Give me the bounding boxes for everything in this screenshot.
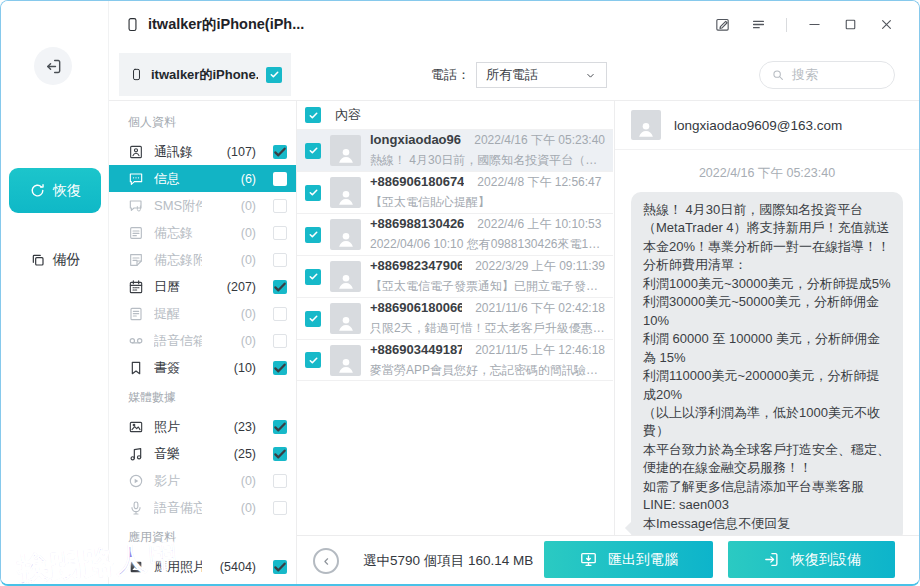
check-icon: [308, 229, 319, 240]
checkbox[interactable]: [273, 334, 287, 348]
category-label: 語音信箱: [154, 332, 202, 350]
voicemail-icon: [128, 333, 144, 349]
search-icon: [771, 68, 785, 82]
checkbox[interactable]: [273, 447, 287, 461]
device-selector[interactable]: itwalker的iPhone...: [119, 53, 291, 96]
app-window: 恢復 備份 itwalker的iPhone(iPh... itwalker的iP…: [0, 0, 920, 586]
select-all-checkbox[interactable]: [305, 107, 321, 123]
message-detail-panel: longxiaodao9609@163.com 2022/4/16 下午 05:…: [614, 101, 919, 535]
checkbox[interactable]: [305, 227, 321, 243]
category-item[interactable]: 信息(6): [109, 165, 296, 192]
checkbox[interactable]: [273, 420, 287, 434]
checkbox[interactable]: [273, 199, 287, 213]
message-row[interactable]: +8869061806742022/4/8 下午 12:56:47【亞太電信貼心…: [297, 171, 613, 213]
export-to-pc-button[interactable]: 匯出到電腦: [544, 541, 713, 578]
checkbox[interactable]: [273, 361, 287, 375]
category-count: (0): [212, 501, 256, 515]
recover-nav-button[interactable]: 恢復: [9, 168, 101, 213]
check-icon: [272, 419, 288, 435]
category-label: 信息: [154, 170, 202, 188]
category-count: (5404): [212, 560, 256, 574]
message-row[interactable]: +8869823479062022/3/29 上午 09:11:39【亞太電信電…: [297, 255, 613, 297]
avatar: [330, 135, 361, 166]
category-count: (207): [212, 280, 256, 294]
category-item[interactable]: 語音備忘錄(0): [109, 494, 296, 521]
note-attachment-icon: [128, 252, 144, 268]
checkbox[interactable]: [305, 143, 321, 159]
message-sender: +886906180066: [370, 300, 462, 315]
checkbox[interactable]: [305, 269, 321, 285]
checkbox[interactable]: [273, 501, 287, 515]
message-date: 2021/11/6 下午 02:42:18: [475, 300, 605, 317]
category-item[interactable]: 備忘錄附件(0): [109, 246, 296, 273]
message-row[interactable]: +8869881304262022/4/6 上午 10:10:532022/04…: [297, 213, 613, 255]
message-snippet: 麥當勞APP會員您好，忘記密碼的簡訊驗證碼【25...: [370, 362, 605, 379]
message-row[interactable]: +8869034491872021/11/5 上午 12:46:18麥當勞APP…: [297, 339, 613, 381]
category-count: (6): [212, 172, 256, 186]
search-input[interactable]: 搜索: [759, 61, 895, 89]
sender-address: longxiaodao9609@163.com: [674, 118, 842, 133]
category-item[interactable]: 影片(0): [109, 467, 296, 494]
sms-attachment-icon: [128, 198, 144, 214]
person-icon: [335, 186, 357, 208]
checkbox[interactable]: [273, 226, 287, 240]
minimize-icon[interactable]: [806, 16, 823, 33]
message-date: 2022/4/6 上午 10:10:53: [477, 216, 601, 233]
checkbox[interactable]: [273, 145, 287, 159]
checkbox[interactable]: [273, 280, 287, 294]
message-snippet: 2022/04/06 10:10 您有0988130426來電1通，...: [370, 236, 605, 253]
message-bubble: 熱線！ 4月30日前，國際知名投資平台（MetaTrader 4）將支持新用戶！…: [631, 192, 903, 535]
checkbox[interactable]: [273, 307, 287, 321]
category-item[interactable]: 書簽(10): [109, 354, 296, 381]
divider: [786, 18, 787, 32]
export-button-label: 匯出到電腦: [608, 551, 678, 569]
checkbox[interactable]: [273, 172, 287, 186]
restore-button-label: 恢復到設備: [791, 551, 861, 569]
restore-to-device-button[interactable]: 恢復到設備: [728, 541, 895, 578]
list-header: 內容: [297, 101, 613, 129]
photo-icon: [128, 419, 144, 435]
person-icon: [335, 354, 357, 376]
category-item[interactable]: 通訊錄(107): [109, 138, 296, 165]
maximize-icon[interactable]: [842, 16, 859, 33]
back-button[interactable]: [34, 47, 72, 85]
close-icon[interactable]: [878, 16, 895, 33]
menu-icon[interactable]: [750, 16, 767, 33]
category-label: 備忘錄附件: [154, 251, 202, 269]
category-item[interactable]: 日曆(207): [109, 273, 296, 300]
checkbox[interactable]: [273, 474, 287, 488]
message-row[interactable]: longxiaodao96...2022/4/16 下午 05:23:40熱線！…: [297, 129, 613, 171]
checkbox[interactable]: [305, 311, 321, 327]
backup-nav-button[interactable]: 備份: [9, 243, 101, 277]
message-row[interactable]: +8869061800662021/11/6 下午 02:42:18只限2天，錯…: [297, 297, 613, 339]
window-title-group: itwalker的iPhone(iPh...: [125, 14, 304, 35]
device-name: itwalker的iPhone...: [151, 66, 258, 84]
category-item[interactable]: 應用照片(5404): [109, 553, 296, 580]
recover-label: 恢復: [53, 182, 81, 200]
category-label: 書簽: [154, 359, 202, 377]
checkbox[interactable]: [273, 560, 287, 574]
category-count: (0): [212, 199, 256, 213]
device-checkbox[interactable]: [266, 67, 282, 83]
category-item[interactable]: 音樂(25): [109, 440, 296, 467]
checkbox[interactable]: [305, 185, 321, 201]
phone-filter-value: 所有電話: [486, 66, 538, 84]
edit-icon[interactable]: [714, 16, 731, 33]
section-header: 應用資料: [109, 521, 296, 553]
detail-header: longxiaodao9609@163.com: [615, 101, 919, 150]
checkbox[interactable]: [305, 352, 321, 368]
collapse-panel-button[interactable]: [313, 548, 339, 574]
category-item[interactable]: 提醒(0): [109, 300, 296, 327]
category-item[interactable]: SMS附件(0): [109, 192, 296, 219]
phone-filter-select[interactable]: 所有電話: [476, 62, 607, 88]
avatar: [330, 345, 361, 376]
check-icon: [272, 279, 288, 295]
checkbox[interactable]: [273, 253, 287, 267]
category-label: 應用照片: [154, 558, 202, 576]
category-item[interactable]: 照片(23): [109, 413, 296, 440]
check-icon: [272, 144, 288, 160]
category-item[interactable]: 備忘錄(0): [109, 219, 296, 246]
person-icon: [335, 270, 357, 292]
category-item[interactable]: 語音信箱(0): [109, 327, 296, 354]
category-count: (0): [212, 226, 256, 240]
